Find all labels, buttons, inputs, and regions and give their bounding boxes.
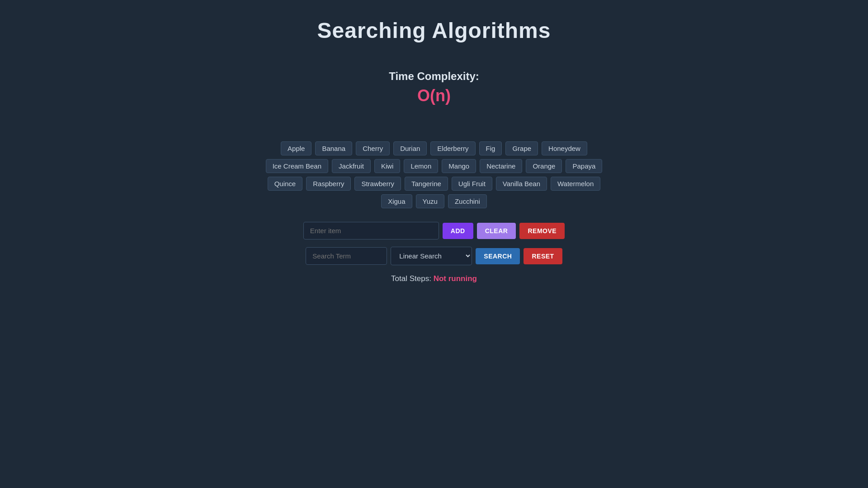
total-steps-value: Not running — [434, 274, 477, 283]
array-item: Durian — [393, 141, 427, 155]
array-item: Kiwi — [374, 159, 401, 173]
array-item: Lemon — [404, 159, 438, 173]
array-item: Tangerine — [405, 177, 448, 191]
time-complexity-label: Time Complexity: — [389, 70, 479, 83]
array-item: Nectarine — [480, 159, 522, 173]
array-item: Zucchini — [448, 194, 487, 208]
array-item: Orange — [526, 159, 562, 173]
remove-button[interactable]: REMOVE — [519, 223, 565, 239]
array-item: Apple — [281, 141, 311, 155]
search-input[interactable] — [306, 247, 387, 265]
add-row: ADD CLEAR REMOVE — [303, 222, 565, 239]
array-item: Grape — [505, 141, 538, 155]
search-row: Linear SearchBinary Search SEARCH RESET — [306, 247, 562, 265]
array-item: Xigua — [381, 194, 412, 208]
array-item: Ice Cream Bean — [266, 159, 328, 173]
total-steps-label: Total Steps: — [391, 274, 431, 283]
search-algorithm-select[interactable]: Linear SearchBinary Search — [391, 247, 472, 265]
page-title: Searching Algorithms — [317, 18, 551, 43]
time-complexity-value: O(n) — [389, 86, 479, 105]
array-item: Papaya — [566, 159, 602, 173]
time-complexity-section: Time Complexity: O(n) — [389, 43, 479, 105]
array-item: Strawberry — [354, 177, 401, 191]
array-item: Watermelon — [551, 177, 600, 191]
array-item: Elderberry — [430, 141, 475, 155]
array-item: Fig — [479, 141, 502, 155]
clear-button[interactable]: CLEAR — [477, 223, 516, 239]
total-steps-section: Total Steps: Not running — [391, 274, 477, 283]
array-item: Vanilla Bean — [496, 177, 547, 191]
array-item: Jackfruit — [332, 159, 371, 173]
array-item: Raspberry — [306, 177, 351, 191]
array-container: AppleBananaCherryDurianElderberryFigGrap… — [253, 141, 615, 208]
array-item: Quince — [268, 177, 303, 191]
controls-container: ADD CLEAR REMOVE Linear SearchBinary Sea… — [303, 222, 565, 265]
reset-button[interactable]: RESET — [524, 248, 562, 264]
search-button[interactable]: SEARCH — [476, 248, 520, 264]
add-item-input[interactable] — [303, 222, 439, 239]
add-button[interactable]: ADD — [443, 223, 473, 239]
array-item: Honeydew — [542, 141, 587, 155]
array-item: Ugli Fruit — [452, 177, 492, 191]
array-item: Cherry — [356, 141, 390, 155]
array-item: Banana — [315, 141, 352, 155]
array-item: Mango — [442, 159, 476, 173]
array-item: Yuzu — [416, 194, 444, 208]
